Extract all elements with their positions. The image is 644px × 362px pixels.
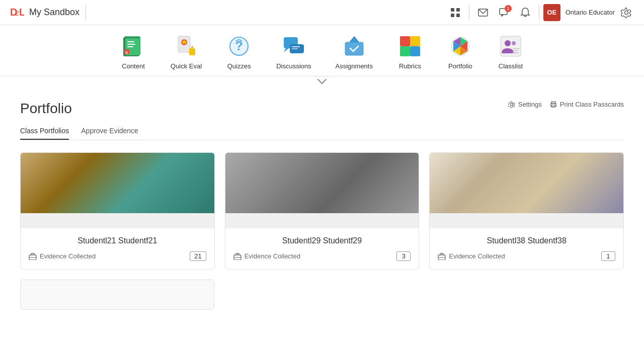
notifications-button[interactable] [516,3,535,22]
app-title: My Sandbox [29,7,79,18]
messages-button[interactable] [473,3,493,22]
nav-item-portfolio[interactable]: Portfolio [435,30,486,76]
print-icon [550,101,557,108]
student1-photo [21,153,214,213]
chat-button[interactable]: 1 [495,3,514,22]
briefcase-icon-2 [233,253,242,260]
tab-approve-evidence[interactable]: Approve Evidence [81,127,138,140]
mail-icon [477,7,489,18]
card-spacer-2 [225,213,419,228]
student-card-2[interactable]: Studentl29 Studentf29 Evidence Collected… [225,152,420,269]
student-name-3: Studentl38 Studentf38 [438,236,615,245]
rubrics-icon [397,33,423,59]
user-avatar[interactable]: OE [543,4,560,21]
portfolio-icon [447,33,473,59]
svg-rect-24 [189,48,195,55]
svg-rect-7 [456,14,460,17]
nav-item-quizzes[interactable]: ? Quizzes [214,30,264,76]
nav-label-rubrics: Rubrics [399,62,421,70]
page-tabs: Class Portfolios Approve Evidence [20,127,624,140]
header: D 2 L My Sandbox [0,0,644,25]
header-actions: 1 OE Ontario Educator [446,3,636,22]
svg-rect-34 [292,46,300,47]
svg-text:L: L [19,7,24,18]
nav-item-quick-eval[interactable]: Quick Eval [158,30,214,76]
student-name-2: Studentl29 Studentf29 [233,236,411,245]
tab-class-portfolios[interactable]: Class Portfolios [20,127,69,140]
student-card-3-image [430,153,623,213]
svg-point-47 [505,40,511,46]
assignments-icon [341,33,367,59]
student-card-1-body: Studentl21 Studentf21 Evidence Collected… [21,228,214,269]
svg-rect-50 [513,50,518,51]
svg-marker-31 [284,48,289,52]
content-icon: ≡ [120,33,146,59]
app-logo[interactable]: D 2 L My Sandbox [8,5,79,21]
nav-expand-button[interactable] [0,76,644,88]
page-actions: Settings Print Class Passcards [508,101,624,108]
evidence-left-1: Evidence Collected [29,252,96,260]
nav-label-assignments: Assignments [336,62,373,70]
svg-point-10 [625,11,628,14]
student3-photo [430,153,623,213]
evidence-left-3: Evidence Collected [438,252,505,260]
svg-text:2: 2 [15,9,19,17]
nav-label-classlist: Classlist [499,62,523,70]
svg-rect-6 [451,14,454,17]
card-spacer-1 [21,213,214,228]
briefcase-icon-1 [29,253,37,260]
nav-item-content[interactable]: ≡ Content [108,30,158,76]
svg-marker-33 [301,53,304,56]
svg-point-48 [512,41,516,45]
chat-badge: 1 [505,5,512,12]
apps-button[interactable] [446,3,465,22]
nav-label-content: Content [122,62,145,70]
page-title: Portfolio [20,101,72,117]
settings-button[interactable]: Settings [508,101,542,108]
svg-rect-49 [513,48,520,49]
briefcase-icon-3 [438,253,446,260]
svg-rect-43 [410,46,420,56]
nav-item-assignments[interactable]: Assignments [324,30,385,76]
print-button[interactable]: Print Class Passcards [550,101,624,108]
header-divider [86,5,86,20]
nav-label-quick-eval: Quick Eval [171,62,202,70]
card-spacer-3 [430,213,623,228]
nav-label-portfolio: Portfolio [448,62,472,70]
gear-icon [621,7,632,18]
svg-rect-16 [127,46,133,47]
content-area: Portfolio Settings Print Class Passcards… [0,88,644,322]
student-evidence-2: Evidence Collected 3 [233,251,411,261]
nav-item-classlist[interactable]: Classlist [486,30,536,76]
quick-eval-icon [173,33,199,59]
student-card-3-body: Studentl38 Studentf38 Evidence Collected… [430,228,623,269]
student-card-3[interactable]: Studentl38 Studentf38 Evidence Collected… [429,152,624,269]
student-card-4-partial[interactable] [20,280,214,310]
page-header: Portfolio Settings Print Class Passcards [20,101,624,117]
logo-icon: D 2 L [8,5,24,21]
svg-marker-39 [350,37,359,42]
student-card-1[interactable]: Studentl21 Studentf21 Evidence Collected… [20,152,215,269]
student2-photo [225,153,419,213]
svg-rect-36 [345,42,363,55]
evidence-left-2: Evidence Collected [233,252,300,260]
svg-rect-15 [127,44,135,45]
chevron-down-icon [317,78,327,85]
student-card-2-body: Studentl29 Studentf29 Evidence Collected… [225,228,419,269]
nav-item-rubrics[interactable]: Rubrics [385,30,435,76]
settings-gear-button[interactable] [617,3,636,22]
evidence-count-1: 21 [190,251,206,261]
nav-label-quizzes: Quizzes [227,62,251,70]
quizzes-icon: ? [226,33,252,59]
student-evidence-1: Evidence Collected 21 [29,251,206,261]
nav-toolbar: ≡ Content Quick Eval ? [0,25,644,76]
svg-rect-40 [400,36,410,46]
student-evidence-3: Evidence Collected 1 [438,251,615,261]
svg-rect-41 [410,36,420,46]
nav-item-discussions[interactable]: Discussions [264,30,323,76]
user-name[interactable]: Ontario Educator [566,9,615,16]
students-grid: Studentl21 Studentf21 Evidence Collected… [20,152,624,269]
svg-rect-4 [451,8,454,12]
svg-point-52 [510,103,513,106]
discussions-icon [281,33,307,59]
